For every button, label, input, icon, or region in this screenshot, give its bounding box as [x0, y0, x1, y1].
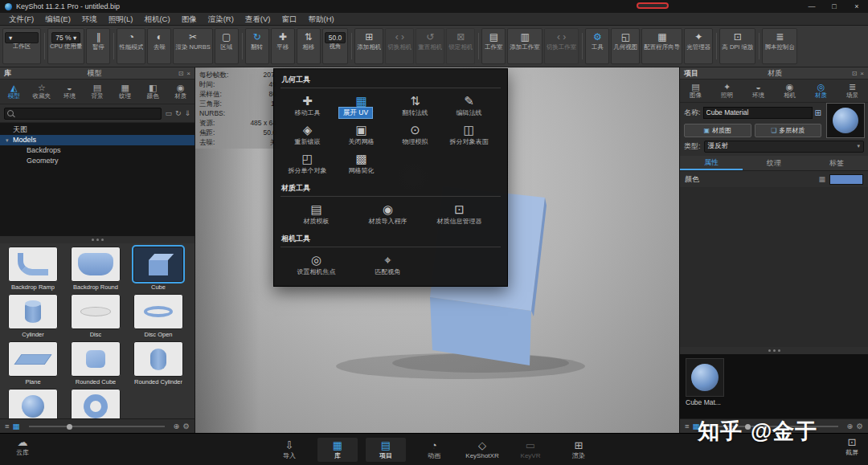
- menu-flip-normals[interactable]: ⇅ 翻转法线: [388, 93, 442, 116]
- configurator-wizard-button[interactable]: ▦ 配置程序向导: [641, 28, 682, 64]
- material-type-select[interactable]: 漫反射 ▾: [704, 141, 864, 153]
- lock-camera-button[interactable]: ⊠ 锁定相机: [446, 28, 475, 64]
- model-disc-open[interactable]: Disc Open: [129, 294, 188, 338]
- zoom-in-icon[interactable]: ⊕: [174, 419, 180, 434]
- light-manager-button[interactable]: ✦ 光管理器: [684, 28, 713, 64]
- menubar-item[interactable]: 编辑(E): [39, 13, 76, 25]
- project-tab-camera[interactable]: ◉ 相机: [774, 80, 805, 102]
- library-tab-textures[interactable]: ▦ 纹理: [111, 80, 139, 104]
- studio-button[interactable]: ▤ 工作室: [481, 28, 506, 64]
- list-view-icon[interactable]: ≡: [5, 419, 10, 434]
- close-button[interactable]: ×: [845, 0, 868, 13]
- reset-camera-button[interactable]: ↺ 重置相机: [416, 28, 444, 64]
- library-tab-models[interactable]: ◭ 模型: [0, 80, 28, 104]
- bottom-render[interactable]: ⊞ 渲染: [559, 438, 599, 462]
- library-tab-favorites[interactable]: ☆ 收藏夹: [28, 80, 56, 104]
- add-studio-button[interactable]: ▥ 添加工作室: [507, 28, 542, 64]
- pan-button[interactable]: ✚ 平移: [271, 28, 295, 64]
- pause-button[interactable]: ∥ 暂停: [86, 28, 110, 64]
- menu-split-object-surfaces[interactable]: ◫ 拆分对象表面: [442, 122, 496, 145]
- library-panel-splitter[interactable]: [0, 236, 194, 243]
- bottom-animation[interactable]: ◔ 动画: [414, 438, 454, 462]
- performance-mode-button[interactable]: ◔ 性能模式: [117, 28, 145, 64]
- add-camera-button[interactable]: ⊞ 添加相机: [354, 28, 383, 64]
- render-nurbs-button[interactable]: ✂ 渲染 NURBS: [173, 28, 212, 64]
- menubar-item[interactable]: 环境: [76, 13, 103, 25]
- project-tab-lighting[interactable]: ✦ 照明: [711, 80, 743, 102]
- menubar-item[interactable]: 图像: [176, 13, 203, 25]
- menu-material-importer[interactable]: ◉ 材质导入程序: [352, 202, 424, 225]
- menubar-item[interactable]: 查看(V): [240, 13, 276, 25]
- workspace-select[interactable]: ▾ 工作区: [2, 28, 41, 64]
- cpu-usage-select[interactable]: 75 % ▾ CPU 使用量: [47, 28, 84, 64]
- denoise-button[interactable]: ◐ 去噪: [147, 28, 171, 64]
- slider-knob[interactable]: [67, 424, 72, 430]
- material-name-input[interactable]: [703, 107, 813, 119]
- material-subtab[interactable]: 标签: [805, 156, 868, 170]
- material-graph-button[interactable]: ▣ 材质图: [684, 124, 751, 137]
- multi-material-button[interactable]: ❏ 多层材质: [755, 124, 822, 137]
- model-plane[interactable]: Plane: [3, 341, 63, 385]
- panel-float-icon[interactable]: ⊡: [852, 70, 858, 77]
- menubar-item[interactable]: 帮助(H): [303, 13, 340, 25]
- high-dpi-button[interactable]: ⊡ 高 DPI 缩放: [719, 28, 755, 64]
- model-cube[interactable]: Cube: [129, 247, 188, 291]
- project-tab-environment[interactable]: ◒ 环境: [743, 80, 774, 102]
- settings-icon[interactable]: ⚙: [182, 419, 190, 434]
- dolly-button[interactable]: ⇅ 相移: [297, 28, 321, 64]
- texture-icon[interactable]: ▦: [818, 175, 825, 183]
- switch-camera-button[interactable]: ‹ › 切换相机: [385, 28, 414, 64]
- refresh-icon[interactable]: ↻: [175, 108, 182, 119]
- tree-item[interactable]: 天图: [0, 124, 194, 135]
- folder-icon[interactable]: ▭: [165, 108, 172, 119]
- menubar-item[interactable]: 文件(F): [3, 13, 39, 25]
- settings-icon[interactable]: ⚙: [856, 419, 863, 434]
- library-tab-materials[interactable]: ◉ 材质: [166, 80, 194, 104]
- bottom-keyvr[interactable]: ▭ KeyVR: [510, 438, 551, 462]
- material-subtab[interactable]: 纹理: [743, 156, 805, 170]
- panel-close-icon[interactable]: ×: [186, 70, 190, 77]
- library-tab-environments[interactable]: ◒ 环境: [55, 80, 84, 104]
- script-console-button[interactable]: ≣ 脚本控制台: [762, 28, 797, 64]
- tools-button[interactable]: ⚙ 工具: [585, 28, 609, 64]
- menu-material-templates[interactable]: ▤ 材质模板: [280, 202, 352, 225]
- bottom-library[interactable]: ▦ 库: [317, 438, 358, 462]
- maximize-button[interactable]: □: [823, 0, 845, 13]
- menubar-item[interactable]: 照明(L): [103, 13, 139, 25]
- viewport-3d[interactable]: 每秒帧数: 207. 时间: 49 采样值: 86 三角形: 1.: [195, 67, 679, 434]
- project-tab-scene[interactable]: ≣ 场景: [837, 80, 868, 102]
- switch-studio-button[interactable]: ‹ › 切换工作室: [544, 28, 579, 64]
- project-tab-image[interactable]: ▤ 图像: [680, 80, 711, 102]
- menu-edit-normals[interactable]: ✎ 编辑法线: [442, 93, 496, 116]
- material-preview[interactable]: [826, 103, 865, 138]
- menu-close-mesh[interactable]: ▣ 关闭网格: [334, 122, 388, 145]
- region-button[interactable]: ▢ 区域: [215, 28, 239, 64]
- menu-split-individual-objects[interactable]: ◰ 拆分单个对象: [280, 151, 334, 174]
- menu-mesh-simplify[interactable]: ▩ 网格简化: [334, 151, 388, 174]
- bottom-project[interactable]: ▤ 项目: [366, 438, 406, 462]
- tree-item[interactable]: Geometry: [0, 156, 194, 166]
- scene-material-item[interactable]: [686, 358, 724, 397]
- menubar-item[interactable]: 渲染(R): [203, 13, 240, 25]
- model-disc[interactable]: Disc: [66, 294, 125, 338]
- library-tab-colors[interactable]: ◧ 颜色: [139, 80, 167, 104]
- model-rounded-cube[interactable]: Rounded Cube: [66, 341, 125, 385]
- fov-field[interactable]: 50.0 视角: [322, 28, 349, 64]
- project-tab-material[interactable]: ◎ 材质: [805, 80, 837, 102]
- geometry-view-button[interactable]: ◱ 几何视图: [611, 28, 640, 64]
- project-panel-splitter[interactable]: [680, 347, 868, 354]
- model-cylinder[interactable]: Cylinder: [3, 294, 63, 338]
- screenshot-button[interactable]: ⊡ 截屏: [845, 437, 858, 456]
- download-icon[interactable]: ⇓: [184, 108, 190, 119]
- menu-retessellate[interactable]: ◈ 重新镶嵌: [280, 122, 334, 145]
- library-tab-backplates[interactable]: ▤ 背景: [84, 80, 112, 104]
- material-graph-icon[interactable]: ⊞: [815, 108, 821, 117]
- tree-item[interactable]: ▾ Models: [0, 135, 194, 145]
- grid-view-icon[interactable]: ▦: [13, 419, 20, 434]
- model-sphere[interactable]: [3, 389, 63, 418]
- minimize-button[interactable]: —: [800, 0, 823, 13]
- material-subtab[interactable]: 属性: [680, 156, 743, 170]
- menubar-item[interactable]: 相机(C): [138, 13, 175, 25]
- search-input[interactable]: [16, 109, 158, 117]
- panel-close-icon[interactable]: ×: [860, 70, 864, 77]
